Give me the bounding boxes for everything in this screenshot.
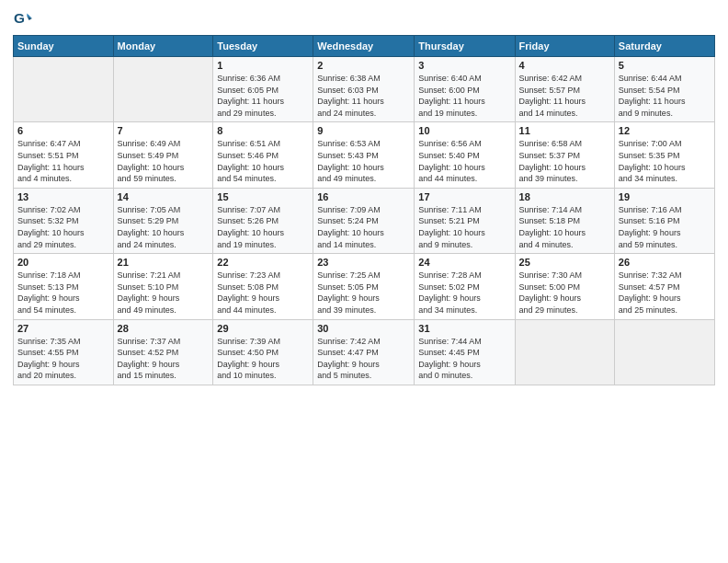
- day-cell: 12Sunrise: 7:00 AM Sunset: 5:35 PM Dayli…: [614, 122, 714, 188]
- day-cell: 1Sunrise: 6:36 AM Sunset: 6:05 PM Daylig…: [213, 57, 313, 122]
- day-number: 24: [418, 257, 510, 268]
- day-number: 7: [118, 125, 210, 136]
- day-number: 1: [217, 60, 309, 71]
- day-number: 26: [619, 257, 711, 268]
- day-cell: 27Sunrise: 7:35 AM Sunset: 4:55 PM Dayli…: [14, 319, 114, 385]
- day-info: Sunrise: 7:28 AM Sunset: 5:02 PM Dayligh…: [418, 270, 510, 316]
- day-cell: 8Sunrise: 6:51 AM Sunset: 5:46 PM Daylig…: [213, 122, 313, 188]
- day-info: Sunrise: 7:05 AM Sunset: 5:29 PM Dayligh…: [118, 204, 210, 250]
- day-info: Sunrise: 6:53 AM Sunset: 5:43 PM Dayligh…: [317, 138, 410, 184]
- day-cell: 22Sunrise: 7:23 AM Sunset: 5:08 PM Dayli…: [213, 254, 313, 319]
- weekday-sunday: Sunday: [14, 36, 114, 57]
- weekday-monday: Monday: [113, 36, 213, 57]
- day-info: Sunrise: 7:25 AM Sunset: 5:05 PM Dayligh…: [317, 270, 410, 316]
- day-cell: 7Sunrise: 6:49 AM Sunset: 5:49 PM Daylig…: [113, 122, 213, 188]
- day-cell: 17Sunrise: 7:11 AM Sunset: 5:21 PM Dayli…: [415, 188, 515, 253]
- weekday-wednesday: Wednesday: [313, 36, 415, 57]
- day-number: 8: [217, 125, 309, 136]
- day-cell: 20Sunrise: 7:18 AM Sunset: 5:13 PM Dayli…: [14, 254, 114, 319]
- day-number: 4: [519, 60, 610, 71]
- day-cell: 24Sunrise: 7:28 AM Sunset: 5:02 PM Dayli…: [415, 254, 515, 319]
- day-cell: 10Sunrise: 6:56 AM Sunset: 5:40 PM Dayli…: [415, 122, 515, 188]
- day-cell: 31Sunrise: 7:44 AM Sunset: 4:45 PM Dayli…: [415, 319, 515, 385]
- day-number: 25: [519, 257, 610, 268]
- day-cell: 28Sunrise: 7:37 AM Sunset: 4:52 PM Dayli…: [113, 319, 213, 385]
- day-info: Sunrise: 7:18 AM Sunset: 5:13 PM Dayligh…: [17, 270, 109, 316]
- week-row-5: 27Sunrise: 7:35 AM Sunset: 4:55 PM Dayli…: [14, 319, 715, 385]
- day-info: Sunrise: 7:42 AM Sunset: 4:47 PM Dayligh…: [317, 336, 410, 382]
- day-number: 9: [317, 125, 410, 136]
- day-info: Sunrise: 7:23 AM Sunset: 5:08 PM Dayligh…: [217, 270, 309, 316]
- weekday-header-row: SundayMondayTuesdayWednesdayThursdayFrid…: [14, 36, 715, 57]
- header: G: [13, 9, 715, 29]
- day-info: Sunrise: 6:58 AM Sunset: 5:37 PM Dayligh…: [519, 138, 610, 184]
- day-number: 5: [619, 60, 711, 71]
- day-cell: 19Sunrise: 7:16 AM Sunset: 5:16 PM Dayli…: [614, 188, 714, 253]
- day-info: Sunrise: 7:00 AM Sunset: 5:35 PM Dayligh…: [619, 138, 711, 184]
- day-info: Sunrise: 6:49 AM Sunset: 5:49 PM Dayligh…: [118, 138, 210, 184]
- day-cell: 2Sunrise: 6:38 AM Sunset: 6:03 PM Daylig…: [313, 57, 415, 122]
- day-cell: [113, 57, 213, 122]
- day-number: 29: [217, 323, 309, 334]
- day-number: 22: [217, 257, 309, 268]
- day-info: Sunrise: 7:16 AM Sunset: 5:16 PM Dayligh…: [619, 204, 711, 250]
- day-info: Sunrise: 6:40 AM Sunset: 6:00 PM Dayligh…: [418, 73, 510, 119]
- day-cell: 15Sunrise: 7:07 AM Sunset: 5:26 PM Dayli…: [213, 188, 313, 253]
- day-info: Sunrise: 6:42 AM Sunset: 5:57 PM Dayligh…: [519, 73, 610, 119]
- day-number: 19: [619, 191, 711, 202]
- day-info: Sunrise: 6:38 AM Sunset: 6:03 PM Dayligh…: [317, 73, 410, 119]
- day-number: 13: [17, 191, 109, 202]
- day-info: Sunrise: 7:07 AM Sunset: 5:26 PM Dayligh…: [217, 204, 309, 250]
- day-number: 21: [118, 257, 210, 268]
- day-info: Sunrise: 6:56 AM Sunset: 5:40 PM Dayligh…: [418, 138, 510, 184]
- week-row-4: 20Sunrise: 7:18 AM Sunset: 5:13 PM Dayli…: [14, 254, 715, 319]
- day-info: Sunrise: 6:47 AM Sunset: 5:51 PM Dayligh…: [17, 138, 109, 184]
- day-cell: [515, 319, 614, 385]
- weekday-saturday: Saturday: [614, 36, 714, 57]
- day-number: 6: [17, 125, 109, 136]
- day-info: Sunrise: 7:39 AM Sunset: 4:50 PM Dayligh…: [217, 336, 309, 382]
- calendar-page: G SundayMondayTuesdayWednesdayThursdayFr…: [0, 0, 728, 563]
- day-cell: 21Sunrise: 7:21 AM Sunset: 5:10 PM Dayli…: [113, 254, 213, 319]
- day-cell: 26Sunrise: 7:32 AM Sunset: 4:57 PM Dayli…: [614, 254, 714, 319]
- week-row-2: 6Sunrise: 6:47 AM Sunset: 5:51 PM Daylig…: [14, 122, 715, 188]
- day-info: Sunrise: 7:14 AM Sunset: 5:18 PM Dayligh…: [519, 204, 610, 250]
- day-number: 31: [418, 323, 510, 334]
- day-number: 10: [418, 125, 510, 136]
- week-row-1: 1Sunrise: 6:36 AM Sunset: 6:05 PM Daylig…: [14, 57, 715, 122]
- day-number: 27: [17, 323, 109, 334]
- svg-text:G: G: [14, 10, 25, 26]
- day-number: 16: [317, 191, 410, 202]
- day-cell: 18Sunrise: 7:14 AM Sunset: 5:18 PM Dayli…: [515, 188, 614, 253]
- day-info: Sunrise: 6:36 AM Sunset: 6:05 PM Dayligh…: [217, 73, 309, 119]
- calendar-table: SundayMondayTuesdayWednesdayThursdayFrid…: [13, 35, 715, 385]
- day-number: 12: [619, 125, 711, 136]
- logo: G: [13, 9, 35, 29]
- day-info: Sunrise: 7:35 AM Sunset: 4:55 PM Dayligh…: [17, 336, 109, 382]
- day-number: 11: [519, 125, 610, 136]
- day-number: 28: [118, 323, 210, 334]
- day-cell: 29Sunrise: 7:39 AM Sunset: 4:50 PM Dayli…: [213, 319, 313, 385]
- day-cell: 3Sunrise: 6:40 AM Sunset: 6:00 PM Daylig…: [415, 57, 515, 122]
- weekday-thursday: Thursday: [415, 36, 515, 57]
- day-cell: 6Sunrise: 6:47 AM Sunset: 5:51 PM Daylig…: [14, 122, 114, 188]
- day-number: 14: [118, 191, 210, 202]
- day-number: 18: [519, 191, 610, 202]
- day-cell: [14, 57, 114, 122]
- day-cell: 9Sunrise: 6:53 AM Sunset: 5:43 PM Daylig…: [313, 122, 415, 188]
- day-number: 30: [317, 323, 410, 334]
- day-cell: 25Sunrise: 7:30 AM Sunset: 5:00 PM Dayli…: [515, 254, 614, 319]
- day-cell: 30Sunrise: 7:42 AM Sunset: 4:47 PM Dayli…: [313, 319, 415, 385]
- day-number: 2: [317, 60, 410, 71]
- day-cell: 4Sunrise: 6:42 AM Sunset: 5:57 PM Daylig…: [515, 57, 614, 122]
- day-cell: 23Sunrise: 7:25 AM Sunset: 5:05 PM Dayli…: [313, 254, 415, 319]
- day-info: Sunrise: 7:32 AM Sunset: 4:57 PM Dayligh…: [619, 270, 711, 316]
- day-info: Sunrise: 7:30 AM Sunset: 5:00 PM Dayligh…: [519, 270, 610, 316]
- day-cell: 14Sunrise: 7:05 AM Sunset: 5:29 PM Dayli…: [113, 188, 213, 253]
- weekday-tuesday: Tuesday: [213, 36, 313, 57]
- day-info: Sunrise: 7:37 AM Sunset: 4:52 PM Dayligh…: [118, 336, 210, 382]
- day-info: Sunrise: 7:44 AM Sunset: 4:45 PM Dayligh…: [418, 336, 510, 382]
- day-info: Sunrise: 6:51 AM Sunset: 5:46 PM Dayligh…: [217, 138, 309, 184]
- day-number: 15: [217, 191, 309, 202]
- day-number: 20: [17, 257, 109, 268]
